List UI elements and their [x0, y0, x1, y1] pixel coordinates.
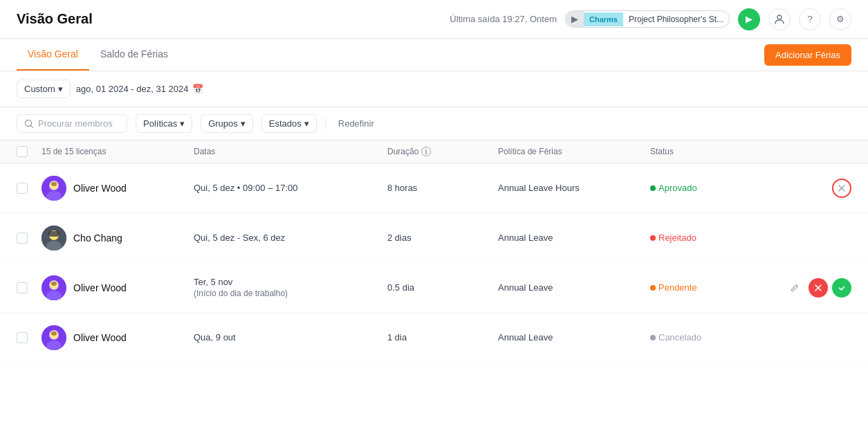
row2-checkbox-col [17, 232, 41, 244]
toolbar: Custom ▾ ago, 01 2024 - dez, 31 2024 📅 [0, 71, 868, 107]
filter-policies-label: Políticas [143, 118, 177, 129]
project-badge[interactable]: ▶ Charms Project Philosopher's St... [565, 10, 730, 28]
svg-point-18 [51, 282, 57, 286]
help-btn[interactable]: ? [799, 8, 821, 30]
row2-user-cell: Cho Chang [41, 226, 194, 250]
date-range-group: Custom ▾ ago, 01 2024 - dez, 31 2024 📅 [17, 80, 203, 98]
table-row: Oliver Wood Ter, 5 nov (Início do dia de… [0, 263, 868, 313]
approve-icon [838, 284, 845, 291]
row1-policy: Annual Leave Hours [498, 183, 650, 193]
row3-checkbox-col [17, 282, 41, 293]
row3-avatar-img [41, 275, 66, 300]
add-vacation-button[interactable]: Adicionar Férias [764, 44, 851, 66]
row2-user-name: Cho Chang [73, 232, 122, 244]
tabs-bar: Visão Geral Saldo de Férias Adicionar Fé… [0, 39, 868, 71]
row1-actions [775, 179, 851, 198]
row4-avatar [41, 325, 66, 350]
row3-dates-col: Ter, 5 nov (Início do dia de trabalho) [194, 277, 387, 298]
row2-dates: Qui, 5 dez - Sex, 6 dez [194, 232, 387, 243]
row3-duration: 0.5 dia [387, 282, 498, 293]
row3-user-cell: Oliver Wood [41, 275, 194, 300]
row1-status: Aprovado [650, 183, 775, 193]
select-all-checkbox[interactable] [17, 146, 28, 157]
row1-user-name: Oliver Wood [73, 183, 127, 194]
row2-status: Rejeitado [650, 232, 775, 243]
row3-user-name: Oliver Wood [73, 282, 127, 293]
groups-chevron-icon: ▾ [241, 118, 246, 129]
row3-dates-sub: (Início do dia de trabalho) [194, 289, 387, 298]
row2-policy: Annual Leave [498, 232, 650, 243]
row4-status: Cancelado [650, 332, 775, 343]
row1-user-cell: Oliver Wood [41, 176, 194, 201]
row1-status-dot [650, 185, 656, 191]
row3-reject-btn[interactable] [809, 278, 828, 298]
badge-play-btn[interactable]: ▶ [566, 11, 584, 27]
filter-groups-btn[interactable]: Grupos ▾ [201, 114, 253, 133]
row1-avatar [41, 176, 66, 201]
table-row: Oliver Wood Qua, 9 out 1 dia Annual Leav… [0, 313, 868, 363]
row4-checkbox[interactable] [17, 332, 28, 343]
row2-avatar-img [41, 226, 66, 250]
filter-policies-btn[interactable]: Políticas ▾ [136, 114, 192, 133]
col-policy: Política de Férias [498, 147, 650, 156]
col-dates: Datas [194, 147, 387, 156]
row3-approve-btn[interactable] [832, 278, 851, 298]
filter-bar: Procurar membros Políticas ▾ Grupos ▾ Es… [0, 107, 868, 140]
row1-dates-col: Qui, 5 dez • 09:00 – 17:00 [194, 183, 387, 193]
search-placeholder: Procurar membros [38, 118, 113, 129]
tab-visao-geral[interactable]: Visão Geral [17, 39, 89, 71]
row4-dates: Qua, 9 out [194, 332, 387, 343]
custom-period-btn[interactable]: Custom ▾ [17, 80, 71, 98]
row3-status-label: Pendente [658, 282, 697, 293]
table-header: 15 de 15 licenças Datas Duração ℹ Políti… [0, 140, 868, 163]
search-icon [24, 119, 34, 129]
row3-edit-btn[interactable] [785, 278, 804, 298]
search-box[interactable]: Procurar membros [17, 114, 127, 133]
estados-chevron-icon: ▾ [304, 118, 309, 129]
tab-saldo-ferias[interactable]: Saldo de Férias [89, 39, 179, 71]
col-duration: Duração ℹ [387, 147, 498, 156]
row3-policy: Annual Leave [498, 282, 650, 293]
play-button[interactable]: ▶ [738, 8, 760, 30]
badge-project-name: Project Philosopher's St... [623, 12, 729, 27]
col-status: Status [650, 147, 775, 156]
page-title: Visão Geral [17, 11, 93, 27]
row3-status: Pendente [650, 282, 775, 293]
policies-chevron-icon: ▾ [180, 118, 185, 129]
row2-dates-col: Qui, 5 dez - Sex, 6 dez [194, 232, 387, 243]
row4-checkbox-col [17, 332, 41, 343]
svg-point-0 [777, 15, 782, 19]
row4-policy: Annual Leave [498, 332, 650, 343]
filter-divider [325, 117, 326, 131]
row4-user-cell: Oliver Wood [41, 325, 194, 350]
user-icon-btn[interactable] [768, 8, 791, 30]
settings-btn[interactable]: ⚙ [829, 8, 851, 30]
row2-avatar [41, 226, 66, 250]
row1-duration: 8 horas [387, 183, 498, 193]
row3-actions [775, 278, 851, 298]
date-range-text: ago, 01 2024 - dez, 31 2024 📅 [76, 84, 204, 94]
edit-icon [790, 283, 800, 293]
row1-dates: Qui, 5 dez • 09:00 – 17:00 [194, 183, 387, 193]
row4-dates-col: Qua, 9 out [194, 332, 387, 343]
row1-checkbox[interactable] [17, 183, 28, 194]
custom-label: Custom [24, 84, 55, 94]
calendar-icon[interactable]: 📅 [192, 84, 203, 94]
row4-user-name: Oliver Wood [73, 332, 127, 343]
reset-btn[interactable]: Redefinir [334, 116, 378, 131]
filter-estados-btn[interactable]: Estados ▾ [261, 114, 317, 133]
reject-icon [815, 284, 822, 291]
svg-point-6 [51, 182, 57, 186]
row1-cancel-btn[interactable] [832, 179, 851, 198]
table-row: Oliver Wood Qui, 5 dez • 09:00 – 17:00 8… [0, 163, 868, 213]
col-count: 15 de 15 licenças [41, 147, 194, 156]
row3-dates: Ter, 5 nov [194, 277, 387, 287]
row2-checkbox[interactable] [17, 232, 28, 244]
row1-checkbox-col [17, 183, 41, 194]
row4-status-label: Cancelado [658, 332, 701, 343]
user-icon [774, 14, 785, 25]
row3-checkbox[interactable] [17, 282, 28, 293]
row1-status-label: Aprovado [658, 183, 697, 193]
date-range-value: ago, 01 2024 - dez, 31 2024 [76, 84, 189, 94]
header-checkbox-col [17, 146, 41, 157]
